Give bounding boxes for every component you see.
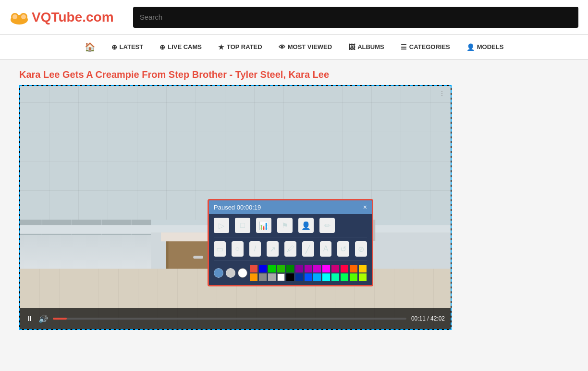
progress-fill <box>53 318 67 320</box>
color-yellow-green[interactable] <box>350 273 357 281</box>
play-tool-button[interactable]: ▷ <box>214 218 229 233</box>
color-blue[interactable] <box>259 265 267 272</box>
toolbar-main-tools: ▷ □ 📊 ⚑ 👤 ✏ <box>209 214 372 237</box>
nav-latest[interactable]: ⊕ LATEST <box>105 35 150 60</box>
models-icon: 👤 <box>466 43 475 51</box>
svg-rect-6 <box>20 86 151 235</box>
time-display: 00:11 / 42:02 <box>411 315 445 322</box>
video-controls: ⏸ 🔊 00:11 / 42:02 <box>20 308 451 329</box>
user-add-tool-button[interactable]: 👤 <box>298 218 314 233</box>
color-white2[interactable] <box>277 273 285 281</box>
color-sky-blue[interactable] <box>313 273 321 281</box>
color-palette-row <box>209 261 372 285</box>
color-orange[interactable] <box>350 265 357 272</box>
flag-tool-button[interactable]: ⚑ <box>277 218 293 233</box>
latest-icon: ⊕ <box>111 43 117 51</box>
arrow-tool-button[interactable]: ↗ <box>267 241 279 257</box>
search-input[interactable] <box>140 13 572 21</box>
color-royal-blue[interactable] <box>305 273 312 281</box>
line-tool-button[interactable]: / <box>249 241 261 257</box>
color-magenta[interactable] <box>305 265 312 272</box>
pen-tool-button[interactable]: 🖊 <box>284 241 296 257</box>
drag-indicator: ⋮ <box>439 90 445 97</box>
logo-icon <box>10 10 29 25</box>
color-chartreuse[interactable] <box>359 273 367 281</box>
top-rated-icon: ★ <box>218 43 224 51</box>
video-player[interactable]: BANG Bros .com ⋮ Paused 00:00:19 × ▷ □ 📊… <box>19 85 452 330</box>
pencil-tool-button[interactable]: ✏ <box>319 218 335 233</box>
rect-tool-button[interactable]: ▭ <box>214 241 226 257</box>
chart-tool-button[interactable]: 📊 <box>256 218 271 233</box>
color-black[interactable] <box>286 273 294 281</box>
svg-rect-38 <box>250 163 293 178</box>
logo-text: VQTube.com <box>32 10 114 25</box>
color-gray1[interactable] <box>259 273 267 281</box>
toolbar-close-button[interactable]: × <box>363 203 367 211</box>
svg-point-3 <box>12 14 17 19</box>
color-green[interactable] <box>268 265 276 272</box>
nav-home[interactable]: 🏠 <box>78 35 102 60</box>
color-dot-white[interactable] <box>238 268 247 278</box>
main-nav: 🏠 ⊕ LATEST ⊕ LIVE CAMS ★ TOP RATED 👁 MOS… <box>0 35 588 60</box>
color-lime[interactable] <box>341 273 348 281</box>
main-content: Kara Lee Gets A Creampie From Step Broth… <box>0 60 588 340</box>
color-dot-blue[interactable] <box>214 268 223 278</box>
nav-models[interactable]: 👤 MODELS <box>460 35 511 60</box>
color-violet[interactable] <box>313 265 321 272</box>
pause-button[interactable]: ⏸ <box>26 314 34 323</box>
svg-point-36 <box>215 135 266 186</box>
toolbar-draw-tools: ▭ ○ / ↗ 🖊 ╱ A ↺ ⊘ <box>209 237 372 260</box>
circle-tool-button[interactable]: ○ <box>232 241 244 257</box>
categories-icon: ☰ <box>401 43 407 51</box>
annotation-toolbar: Paused 00:00:19 × ▷ □ 📊 ⚑ 👤 ✏ ▭ ○ / ↗ 🖊 … <box>208 199 373 286</box>
color-cyan[interactable] <box>322 273 330 281</box>
color-grid <box>250 265 367 281</box>
svg-rect-30 <box>193 256 203 259</box>
toolbar-header: Paused 00:00:19 × <box>209 200 372 214</box>
nav-albums[interactable]: 🖼 ALBUMS <box>342 35 391 60</box>
albums-icon: 🖼 <box>348 43 355 51</box>
toolbar-status: Paused 00:00:19 <box>214 204 261 211</box>
progress-bar[interactable] <box>53 318 406 320</box>
live-cams-icon: ⊕ <box>159 43 165 51</box>
svg-point-35 <box>210 131 270 190</box>
color-crimson[interactable] <box>341 265 348 272</box>
nav-live-cams[interactable]: ⊕ LIVE CAMS <box>153 35 208 60</box>
eraser-tool-button[interactable]: ╱ <box>302 241 314 257</box>
volume-button[interactable]: 🔊 <box>38 314 48 323</box>
color-gray2[interactable] <box>268 273 276 281</box>
nav-categories[interactable]: ☰ CATEGORIES <box>394 35 457 60</box>
site-header: VQTube.com <box>0 0 588 35</box>
stop-tool-button[interactable]: □ <box>235 218 250 233</box>
clear-tool-button[interactable]: ⊘ <box>355 241 367 257</box>
svg-point-39 <box>254 141 291 171</box>
color-purple[interactable] <box>295 265 303 272</box>
undo-tool-button[interactable]: ↺ <box>337 241 349 257</box>
text-tool-button[interactable]: A <box>320 241 332 257</box>
video-title: Kara Lee Gets A Creampie From Step Broth… <box>19 69 569 80</box>
color-dot-gray[interactable] <box>226 268 235 278</box>
color-darkgreen[interactable] <box>286 265 294 272</box>
svg-point-41 <box>275 150 290 175</box>
color-pink[interactable] <box>331 265 339 272</box>
color-red[interactable] <box>250 265 257 272</box>
color-navy[interactable] <box>295 273 303 281</box>
color-green2[interactable] <box>277 265 285 272</box>
color-yellow[interactable] <box>359 265 367 272</box>
search-bar[interactable] <box>133 7 578 28</box>
most-viewed-icon: 👁 <box>279 43 285 51</box>
color-amber[interactable] <box>250 273 257 281</box>
color-spring-green[interactable] <box>331 273 339 281</box>
nav-top-rated[interactable]: ★ TOP RATED <box>211 35 269 60</box>
color-fuchsia[interactable] <box>322 265 330 272</box>
site-logo[interactable]: VQTube.com <box>10 10 114 25</box>
svg-point-4 <box>21 14 26 19</box>
svg-point-40 <box>255 150 270 175</box>
nav-most-viewed[interactable]: 👁 MOST VIEWED <box>272 35 339 60</box>
